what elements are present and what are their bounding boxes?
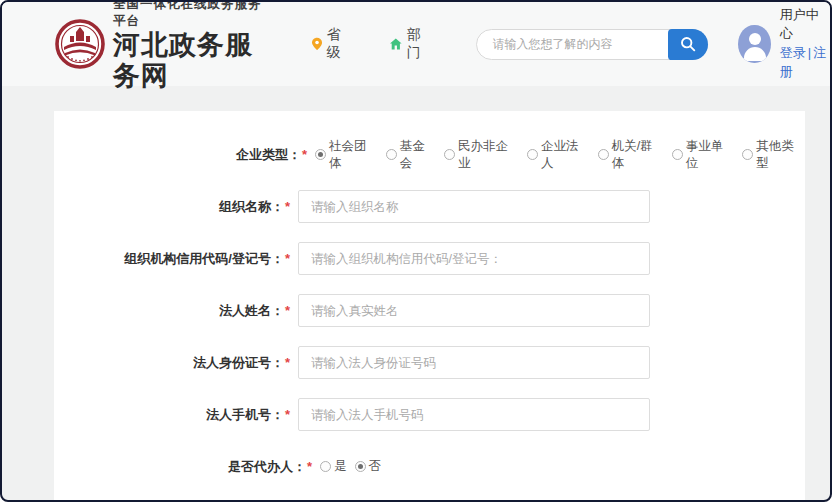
enterprise-type-option[interactable]: 企业法人 — [527, 138, 590, 172]
radio-icon — [527, 149, 538, 160]
site-header: 全国一体化在线政务服务平台 河北政务服务网 省级 部门 — [2, 2, 830, 86]
field-label: 法人姓名：* — [54, 302, 290, 320]
is-agent-option-no[interactable]: 否 — [355, 458, 382, 475]
nav-item-label: 省级 — [327, 26, 349, 62]
form-row-legal-id: 法人身份证号：* — [54, 346, 805, 379]
field-label: 是否代办人：* — [54, 458, 312, 476]
form-row-enterprise-type: 企业类型：* 社会团体 基金会 民办非企业 企业法人 机关/群体 事业单位 其他… — [54, 138, 805, 171]
field-label: 法人身份证号：* — [54, 354, 290, 372]
site-title-block: 全国一体化在线政务服务平台 河北政务服务网 — [113, 0, 274, 92]
site-logo[interactable]: 全国一体化在线政务服务平台 河北政务服务网 — [55, 0, 274, 92]
field-label: 法人手机号：* — [54, 406, 290, 424]
radio-icon — [598, 149, 609, 160]
radio-icon — [742, 149, 753, 160]
radio-icon — [355, 461, 366, 472]
search-button[interactable] — [668, 29, 708, 60]
form-row-org-name: 组织名称：* — [54, 190, 805, 223]
browser-page: 全国一体化在线政务服务平台 河北政务服务网 省级 部门 — [0, 0, 832, 502]
field-label: 企业类型：* — [54, 146, 307, 164]
nav-item-label: 部门 — [407, 26, 429, 62]
user-area: 用户中心 登录|注册 — [738, 6, 830, 81]
login-link[interactable]: 登录 — [780, 45, 806, 60]
org-name-input[interactable] — [298, 190, 650, 223]
enterprise-type-option[interactable]: 民办非企业 — [444, 138, 519, 172]
field-label: 组织名称：* — [54, 198, 290, 216]
org-code-input[interactable] — [298, 242, 650, 275]
field-label: 组织机构信用代码/登记号：* — [54, 250, 290, 268]
enterprise-type-option[interactable]: 事业单位 — [672, 138, 735, 172]
radio-icon — [315, 149, 326, 160]
enterprise-type-option[interactable]: 社会团体 — [315, 138, 378, 172]
site-emblem-icon — [55, 19, 105, 69]
site-title: 河北政务服务网 — [113, 30, 274, 92]
main-nav: 省级 部门 — [312, 26, 429, 62]
separator: | — [806, 45, 813, 60]
form-row-org-code: 组织机构信用代码/登记号：* — [54, 242, 805, 275]
enterprise-type-option[interactable]: 基金会 — [386, 138, 436, 172]
legal-id-input[interactable] — [298, 346, 650, 379]
enterprise-type-option[interactable]: 其他类型 — [742, 138, 805, 172]
registration-form-card: 企业类型：* 社会团体 基金会 民办非企业 企业法人 机关/群体 事业单位 其他… — [54, 111, 805, 502]
legal-name-input[interactable] — [298, 294, 650, 327]
radio-icon — [386, 149, 397, 160]
enterprise-type-option[interactable]: 机关/群体 — [598, 138, 664, 172]
search-icon — [680, 36, 696, 52]
login-register: 登录|注册 — [780, 44, 830, 82]
nav-item-provincial[interactable]: 省级 — [312, 26, 349, 62]
radio-icon — [672, 149, 683, 160]
is-agent-option-yes[interactable]: 是 — [320, 458, 347, 475]
is-agent-options: 是 否 — [312, 458, 381, 475]
enterprise-type-options: 社会团体 基金会 民办非企业 企业法人 机关/群体 事业单位 其他类型 — [307, 138, 805, 172]
user-center-label[interactable]: 用户中心 — [780, 6, 830, 44]
form-row-legal-name: 法人姓名：* — [54, 294, 805, 327]
nav-item-department[interactable]: 部门 — [390, 26, 428, 62]
form-row-legal-phone: 法人手机号：* — [54, 398, 805, 431]
user-avatar-icon[interactable] — [738, 25, 770, 63]
radio-icon — [444, 149, 455, 160]
home-icon — [390, 37, 402, 51]
location-pin-icon — [312, 36, 322, 52]
page-body: 企业类型：* 社会团体 基金会 民办非企业 企业法人 机关/群体 事业单位 其他… — [2, 86, 830, 502]
platform-title: 全国一体化在线政务服务平台 — [113, 0, 274, 30]
radio-icon — [320, 461, 331, 472]
legal-phone-input[interactable] — [298, 398, 650, 431]
user-links: 用户中心 登录|注册 — [780, 6, 830, 81]
site-search — [476, 29, 708, 60]
form-row-is-agent: 是否代办人：* 是 否 — [54, 450, 805, 483]
